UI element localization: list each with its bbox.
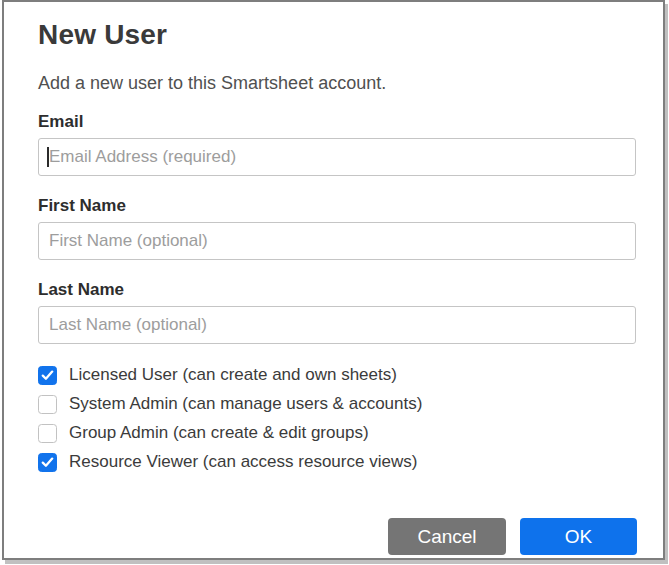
first-name-input[interactable] [38, 222, 636, 260]
first-name-label: First Name [38, 196, 636, 216]
ok-button[interactable]: OK [520, 518, 637, 555]
new-user-dialog: ✕ New User Add a new user to this Smarts… [2, 0, 665, 560]
last-name-input[interactable] [38, 306, 636, 344]
email-field-group: Email [38, 112, 636, 176]
dialog-title: New User [38, 18, 636, 52]
cancel-button[interactable]: Cancel [388, 518, 506, 555]
text-caret [47, 147, 49, 167]
dialog-subtitle: Add a new user to this Smartsheet accoun… [38, 72, 636, 94]
checkbox-label: Group Admin (can create & edit groups) [69, 423, 369, 443]
checkbox-row-resource-viewer[interactable]: Resource Viewer (can access resource vie… [38, 452, 636, 472]
last-name-input-wrap [38, 306, 636, 344]
checkbox-row-licensed-user[interactable]: Licensed User (can create and own sheets… [38, 365, 636, 385]
system-admin-checkbox[interactable] [38, 395, 57, 414]
licensed-user-checkbox[interactable] [38, 366, 57, 385]
dialog-footer: Cancel OK [388, 518, 637, 555]
last-name-label: Last Name [38, 280, 636, 300]
email-input[interactable] [38, 138, 636, 176]
checkbox-row-group-admin[interactable]: Group Admin (can create & edit groups) [38, 423, 636, 443]
email-label: Email [38, 112, 636, 132]
checkmark-icon [41, 457, 54, 468]
last-name-field-group: Last Name [38, 280, 636, 344]
checkbox-label: Resource Viewer (can access resource vie… [69, 452, 417, 472]
checkbox-row-system-admin[interactable]: System Admin (can manage users & account… [38, 394, 636, 414]
checkbox-label: Licensed User (can create and own sheets… [69, 365, 397, 385]
first-name-input-wrap [38, 222, 636, 260]
close-x-glyph: ✕ [638, 2, 660, 7]
email-input-wrap [38, 138, 636, 176]
checkmark-icon [41, 370, 54, 381]
first-name-field-group: First Name [38, 196, 636, 260]
checkbox-label: System Admin (can manage users & account… [69, 394, 422, 414]
close-icon[interactable]: ✕ [638, 2, 660, 7]
group-admin-checkbox[interactable] [38, 424, 57, 443]
permissions-checkbox-group: Licensed User (can create and own sheets… [38, 365, 636, 472]
resource-viewer-checkbox[interactable] [38, 453, 57, 472]
